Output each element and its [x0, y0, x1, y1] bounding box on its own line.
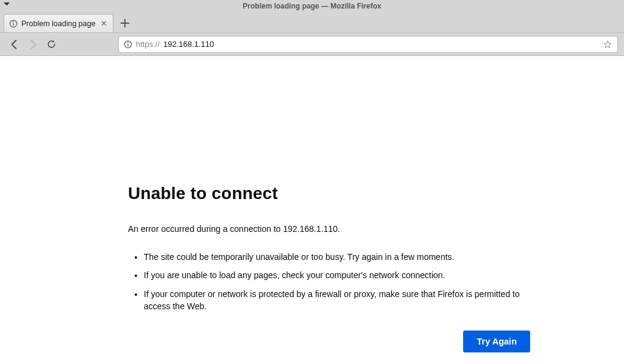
page-content: Unable to connect An error occurred duri… [0, 56, 624, 364]
svg-point-2 [13, 21, 14, 23]
info-icon [9, 19, 18, 28]
button-row: Try Again [128, 331, 530, 352]
reload-button[interactable] [45, 38, 57, 51]
url-protocol: https:// [136, 40, 160, 49]
bookmark-star-icon[interactable] [603, 40, 612, 49]
error-panel: Unable to connect An error occurred duri… [128, 184, 530, 352]
window-menu-dropdown-icon[interactable] [4, 2, 10, 6]
address-bar[interactable]: https://192.168.1.110 [118, 36, 618, 53]
error-heading: Unable to connect [128, 184, 530, 203]
browser-tab[interactable]: Problem loading page ✕ [4, 14, 113, 32]
forward-button[interactable] [27, 38, 39, 51]
svg-point-5 [127, 42, 129, 43]
svg-rect-4 [127, 44, 128, 46]
tab-strip: Problem loading page ✕ [0, 12, 624, 33]
error-suggestions: The site could be temporarily unavailabl… [128, 251, 530, 312]
try-again-button[interactable]: Try Again [463, 331, 530, 352]
new-tab-button[interactable] [116, 14, 134, 32]
site-info-icon[interactable] [124, 40, 132, 49]
tab-title: Problem loading page [21, 19, 96, 28]
svg-rect-1 [13, 23, 13, 26]
error-message: An error occurred during a connection to… [128, 224, 530, 234]
window-title: Problem loading page — Mozilla Firefox [0, 2, 624, 10]
window-titlebar: Problem loading page — Mozilla Firefox [0, 0, 624, 12]
back-button[interactable] [9, 38, 21, 51]
list-item: If you are unable to load any pages, che… [144, 269, 530, 281]
navigation-toolbar: https://192.168.1.110 [0, 33, 624, 56]
close-tab-icon[interactable]: ✕ [99, 19, 108, 28]
list-item: The site could be temporarily unavailabl… [144, 251, 530, 263]
url-host: 192.168.1.110 [163, 40, 599, 49]
list-item: If your computer or network is protected… [144, 288, 530, 313]
